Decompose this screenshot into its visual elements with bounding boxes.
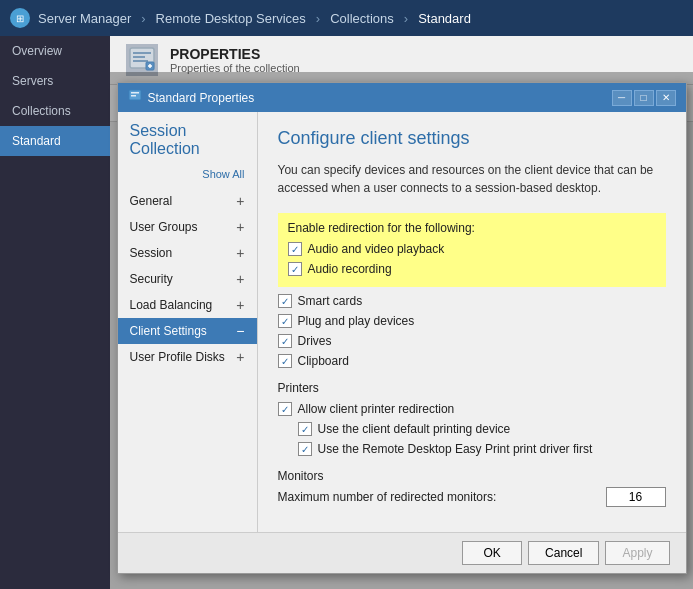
max-monitors-label: Maximum number of redirected monitors: xyxy=(278,490,497,504)
printers-section-label: Printers xyxy=(278,381,666,395)
checkbox-icon-audio-video[interactable] xyxy=(288,242,302,256)
nav-label-security: Security xyxy=(130,272,173,286)
content-area: PROPERTIES Properties of the collection … xyxy=(110,36,693,589)
checkbox-label-smart-cards: Smart cards xyxy=(298,294,363,308)
title-sep-1: › xyxy=(141,11,145,26)
nav-plus-user-profile-disks: + xyxy=(236,349,244,365)
dialog-description: You can specify devices and resources on… xyxy=(278,161,666,197)
dialog-overlay: Standard Properties ─ □ ✕ Session Collec… xyxy=(110,72,693,589)
nav-item-user-profile-disks[interactable]: User Profile Disks + xyxy=(118,344,257,370)
monitors-section-label: Monitors xyxy=(278,469,666,483)
checkbox-clipboard[interactable]: Clipboard xyxy=(278,351,666,371)
checkbox-icon-clipboard[interactable] xyxy=(278,354,292,368)
checkbox-icon-drives[interactable] xyxy=(278,334,292,348)
show-all-link[interactable]: Show All xyxy=(118,166,257,188)
sidebar-item-overview[interactable]: Overview xyxy=(0,36,110,66)
checkbox-label-plug-play: Plug and play devices xyxy=(298,314,415,328)
title-part-collections: Collections xyxy=(330,11,394,26)
checkbox-label-audio-recording: Audio recording xyxy=(308,262,392,276)
title-part-rds: Remote Desktop Services xyxy=(156,11,306,26)
nav-item-client-settings[interactable]: Client Settings − xyxy=(118,318,257,344)
dialog-footer: OK Cancel Apply xyxy=(118,532,686,573)
nav-item-session[interactable]: Session + xyxy=(118,240,257,266)
checkbox-smart-cards[interactable]: Smart cards xyxy=(278,291,666,311)
dialog-main-content: Configure client settings You can specif… xyxy=(258,112,686,532)
checkbox-icon-easy-print[interactable] xyxy=(298,442,312,456)
svg-rect-2 xyxy=(133,56,145,58)
nav-plus-user-groups: + xyxy=(236,219,244,235)
title-part-server-manager: Server Manager xyxy=(38,11,131,26)
sidebar-item-collections[interactable]: Collections xyxy=(0,96,110,126)
checkbox-allow-printer[interactable]: Allow client printer redirection xyxy=(278,399,666,419)
minimize-button[interactable]: ─ xyxy=(612,90,632,106)
dialog-titlebar: Standard Properties ─ □ ✕ xyxy=(118,83,686,112)
checkbox-label-allow-printer: Allow client printer redirection xyxy=(298,402,455,416)
nav-label-user-groups: User Groups xyxy=(130,220,198,234)
nav-label-client-settings: Client Settings xyxy=(130,324,207,338)
checkbox-label-audio-video: Audio and video playback xyxy=(308,242,445,256)
checkbox-default-printer[interactable]: Use the client default printing device xyxy=(278,419,666,439)
checkbox-label-easy-print: Use the Remote Desktop Easy Print print … xyxy=(318,442,593,456)
dialog-icon xyxy=(128,89,142,106)
nav-label-user-profile-disks: User Profile Disks xyxy=(130,350,225,364)
properties-title: PROPERTIES xyxy=(170,46,300,62)
sidebar-item-servers[interactable]: Servers xyxy=(0,66,110,96)
nav-item-user-groups[interactable]: User Groups + xyxy=(118,214,257,240)
dialog-title: Standard Properties xyxy=(148,91,255,105)
svg-rect-9 xyxy=(131,95,136,97)
nav-item-security[interactable]: Security + xyxy=(118,266,257,292)
svg-rect-1 xyxy=(133,52,151,54)
nav-plus-security: + xyxy=(236,271,244,287)
checkbox-drives[interactable]: Drives xyxy=(278,331,666,351)
close-button[interactable]: ✕ xyxy=(656,90,676,106)
apply-button[interactable]: Apply xyxy=(605,541,669,565)
checkbox-icon-smart-cards[interactable] xyxy=(278,294,292,308)
nav-item-load-balancing[interactable]: Load Balancing + xyxy=(118,292,257,318)
dialog-main-title: Configure client settings xyxy=(278,128,666,149)
checkbox-icon-default-printer[interactable] xyxy=(298,422,312,436)
maximize-button[interactable]: □ xyxy=(634,90,654,106)
properties-text: PROPERTIES Properties of the collection xyxy=(170,46,300,74)
redirect-highlight-box: Enable redirection for the following: Au… xyxy=(278,213,666,287)
checkbox-easy-print[interactable]: Use the Remote Desktop Easy Print print … xyxy=(278,439,666,459)
max-monitors-input[interactable] xyxy=(606,487,666,507)
title-bar: ⊞ Server Manager › Remote Desktop Servic… xyxy=(0,0,693,36)
checkbox-label-clipboard: Clipboard xyxy=(298,354,349,368)
nav-plus-load-balancing: + xyxy=(236,297,244,313)
monitors-row: Maximum number of redirected monitors: xyxy=(278,487,666,507)
logo-symbol: ⊞ xyxy=(16,13,24,24)
nav-label-session: Session xyxy=(130,246,173,260)
dialog-body: Session Collection Show All General + Us… xyxy=(118,112,686,532)
cancel-button[interactable]: Cancel xyxy=(528,541,599,565)
checkbox-icon-plug-play[interactable] xyxy=(278,314,292,328)
checkbox-icon-audio-recording[interactable] xyxy=(288,262,302,276)
svg-rect-3 xyxy=(133,60,148,62)
nav-label-general: General xyxy=(130,194,173,208)
nav-label-load-balancing: Load Balancing xyxy=(130,298,213,312)
nav-plus-general: + xyxy=(236,193,244,209)
title-part-standard: Standard xyxy=(418,11,471,26)
standard-properties-dialog: Standard Properties ─ □ ✕ Session Collec… xyxy=(117,82,687,574)
title-sep-3: › xyxy=(404,11,408,26)
nav-minus-client-settings: − xyxy=(236,323,244,339)
checkbox-label-drives: Drives xyxy=(298,334,332,348)
svg-rect-8 xyxy=(131,92,139,94)
nav-item-general[interactable]: General + xyxy=(118,188,257,214)
dialog-sidebar-heading: Session Collection xyxy=(118,122,257,166)
dialog-titlebar-left: Standard Properties xyxy=(128,89,255,106)
dialog-sidebar: Session Collection Show All General + Us… xyxy=(118,112,258,532)
app-logo: ⊞ xyxy=(10,8,30,28)
main-layout: Overview Servers Collections Standard PR… xyxy=(0,36,693,589)
redirect-label: Enable redirection for the following: xyxy=(288,221,656,235)
ok-button[interactable]: OK xyxy=(462,541,522,565)
checkbox-audio-video[interactable]: Audio and video playback xyxy=(278,239,666,259)
checkbox-icon-allow-printer[interactable] xyxy=(278,402,292,416)
left-nav: Overview Servers Collections Standard xyxy=(0,36,110,589)
sidebar-item-standard[interactable]: Standard xyxy=(0,126,110,156)
title-sep-2: › xyxy=(316,11,320,26)
dialog-controls: ─ □ ✕ xyxy=(612,90,676,106)
checkbox-label-default-printer: Use the client default printing device xyxy=(318,422,511,436)
checkbox-plug-play[interactable]: Plug and play devices xyxy=(278,311,666,331)
nav-plus-session: + xyxy=(236,245,244,261)
checkbox-audio-recording[interactable]: Audio recording xyxy=(278,259,666,279)
